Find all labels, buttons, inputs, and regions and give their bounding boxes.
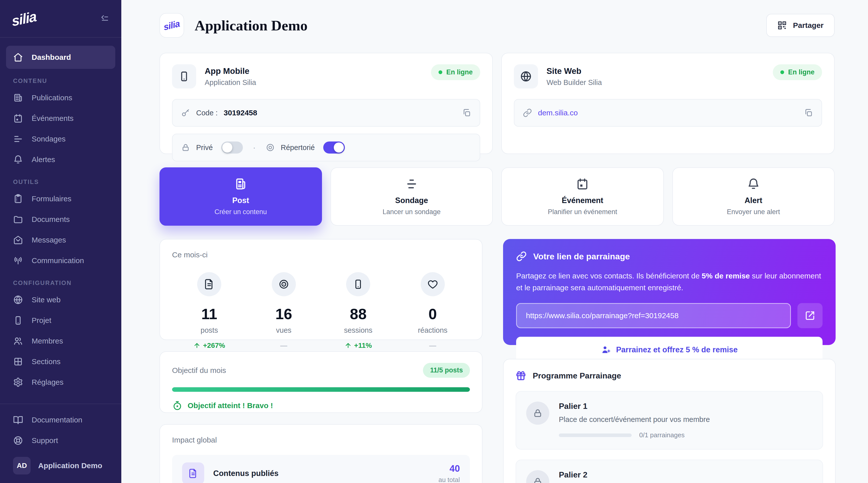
sidebar-item-documents[interactable]: Documents [6, 209, 115, 230]
calendar-icon [576, 177, 589, 190]
left-column: Ce mois-ci 11 posts +267% 16 [159, 239, 483, 483]
visibility-row: Privé · Répertorié [172, 134, 480, 161]
stat-reactions: 0 réactions — [396, 272, 470, 350]
sidebar-item-evenements[interactable]: Événements [6, 108, 115, 129]
copy-icon[interactable] [462, 108, 471, 117]
sidebar-item-projet[interactable]: Projet [6, 310, 115, 331]
action-post[interactable]: Post Créer un contenu [159, 168, 322, 226]
sidebar-item-sondages[interactable]: Sondages [6, 129, 115, 149]
status-badge-online: En ligne [773, 64, 822, 80]
action-alert[interactable]: Alert Envoyer une alert [672, 168, 835, 226]
app-code-row: Code : 30192458 [172, 99, 480, 127]
page-title: Application Demo [195, 17, 308, 34]
account-row[interactable]: AD Application Demo [6, 453, 115, 478]
globe-icon [13, 295, 23, 305]
sidebar-section-contenu: CONTENU [13, 78, 108, 85]
sidebar-item-support[interactable]: Support [6, 430, 115, 451]
sidebar-nav: Dashboard CONTENU Publications Événement… [0, 38, 121, 403]
stats-row: 11 posts +267% 16 vues — [172, 272, 470, 350]
sidebar-section-configuration: CONFIGURATION [13, 279, 108, 286]
stat-sessions: 88 sessions +11% [321, 272, 396, 350]
stat-delta: +11% [321, 341, 396, 350]
referral-program-card: Programme Parrainage Palier 1 Place de c… [503, 359, 836, 483]
sidebar-collapse-icon[interactable] [100, 13, 110, 24]
app-mobile-identity: App Mobile Application Silia [172, 64, 256, 88]
disc-icon [266, 143, 275, 152]
referral-description: Partagez ce lien avec vos contacts. Ils … [516, 270, 823, 294]
card-title: App Mobile [205, 66, 256, 76]
sidebar-item-formulaires[interactable]: Formulaires [6, 188, 115, 209]
status-label: En ligne [788, 68, 814, 76]
sidebar-logo-row: silia [0, 0, 121, 38]
card-subtitle: Web Builder Silia [547, 79, 602, 87]
stat-label: réactions [396, 326, 470, 334]
tier-title: Palier 1 [559, 401, 710, 411]
site-web-card: Site Web Web Builder Silia En ligne dem.… [501, 53, 835, 154]
sidebar-item-alertes[interactable]: Alertes [6, 149, 115, 170]
sidebar-item-messages[interactable]: Messages [6, 230, 115, 250]
timer-star-icon [172, 400, 183, 411]
stat-value: 16 [247, 305, 321, 323]
mail-open-icon [13, 235, 23, 245]
site-url-link[interactable]: dem.silia.co [538, 109, 578, 117]
online-dot [438, 70, 442, 74]
month-stats-card: Ce mois-ci 11 posts +267% 16 [159, 239, 483, 340]
tier-2-body: Palier 2 Place de concert/événement pour… [559, 470, 710, 483]
sidebar-item-reglages[interactable]: Réglages [6, 372, 115, 393]
top-cards-grid: App Mobile Application Silia En ligne Co… [159, 53, 835, 154]
goal-title: Objectif du mois [172, 366, 226, 375]
tier-2: Palier 2 Place de concert/événement pour… [516, 460, 823, 483]
broadcast-icon [13, 255, 23, 266]
share-button[interactable]: Partager [766, 14, 835, 37]
stat-label: vues [247, 326, 321, 334]
sidebar-item-label: Réglages [32, 378, 64, 387]
sidebar-item-communication[interactable]: Communication [6, 250, 115, 271]
action-evenement[interactable]: Événement Planifier un événement [501, 168, 664, 226]
stat-delta: — [247, 341, 321, 350]
sidebar-item-label: Projet [32, 316, 51, 325]
external-link-button[interactable] [798, 303, 823, 328]
sidebar-item-dashboard[interactable]: Dashboard [6, 46, 115, 69]
silia-logo-small: silia [163, 18, 181, 32]
sidebar-item-label: Support [32, 436, 58, 445]
card-subtitle: Application Silia [205, 79, 256, 87]
listed-label: Répertorié [281, 144, 315, 152]
stat-delta: — [396, 341, 470, 350]
sidebar-item-sections[interactable]: Sections [6, 351, 115, 372]
code-label: Code : [196, 109, 217, 117]
action-sondage[interactable]: Sondage Lancer un sondage [331, 168, 493, 226]
status-label: En ligne [446, 68, 473, 76]
site-url-row: dem.silia.co [514, 99, 822, 127]
sidebar-item-label: Documents [32, 215, 70, 224]
sidebar-item-publications[interactable]: Publications [6, 87, 115, 108]
smartphone-icon [13, 315, 23, 326]
stat-delta: +267% [172, 341, 247, 350]
sidebar-item-membres[interactable]: Membres [6, 331, 115, 351]
site-web-titles: Site Web Web Builder Silia [547, 66, 602, 87]
copy-icon[interactable] [804, 108, 813, 117]
sidebar-item-label: Événements [32, 114, 73, 123]
grid-icon [13, 357, 23, 367]
sidebar-item-documentation[interactable]: Documentation [6, 410, 115, 430]
action-title: Événement [562, 196, 603, 205]
sidebar-section-outils: OUTILS [13, 178, 108, 185]
goal-card: Objectif du mois 11/5 posts Objectif att… [159, 351, 483, 413]
referral-input-row [516, 303, 823, 328]
sidebar-footer: Documentation Support AD Application Dem… [0, 403, 121, 483]
tier-description: Place de concert/événement pour vos memb… [559, 415, 710, 424]
tier-progress-label: 0/1 parrainages [639, 431, 685, 439]
link-icon [516, 251, 527, 262]
silia-logo: silia [11, 8, 37, 29]
app-logo-badge: silia [159, 13, 184, 38]
referral-link-input[interactable] [516, 303, 791, 328]
avatar: AD [13, 457, 31, 475]
action-subtitle: Créer un contenu [215, 208, 267, 216]
lock-icon [526, 401, 549, 425]
listed-toggle[interactable] [323, 142, 345, 154]
home-icon [13, 52, 23, 62]
app-mobile-head: App Mobile Application Silia En ligne [172, 64, 480, 88]
private-toggle[interactable] [221, 142, 243, 154]
action-title: Post [232, 196, 249, 205]
sidebar-item-site-web[interactable]: Site web [6, 290, 115, 310]
program-title-row: Programme Parrainage [516, 370, 823, 381]
